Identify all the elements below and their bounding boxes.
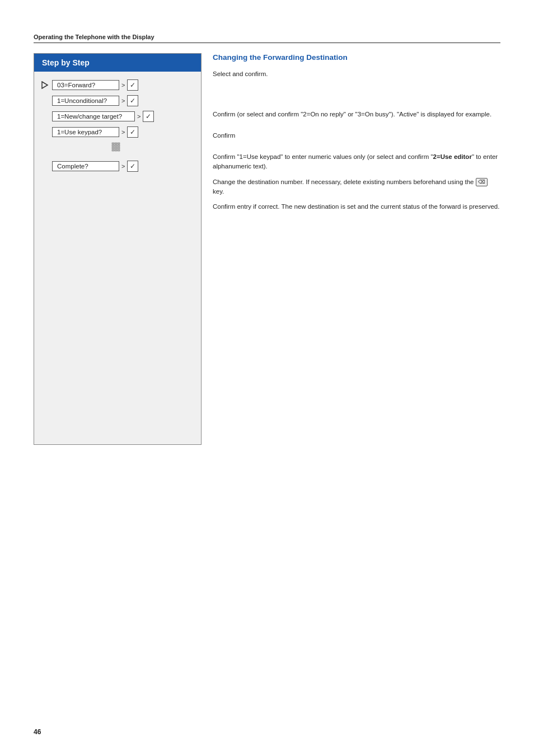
step-arrow-3: > [135,113,143,120]
desc-text-6: Confirm entry if correct. The new destin… [213,202,499,212]
svg-rect-9 [118,147,120,149]
page: Operating the Telephone with the Display… [0,0,534,756]
play-icon-1 [40,80,50,90]
step-label-2: 1=Unconditional? [52,96,119,106]
desc-row-1: Select and confirm. [213,69,500,85]
svg-rect-4 [112,145,114,147]
spacer-1 [213,91,500,110]
step-label-4: 1=Use keypad? [52,127,119,137]
step-check-4: ✓ [127,126,138,138]
step-row-2: 1=Unconditional? > ✓ [52,95,195,106]
desc-row-2: Confirm (or select and confirm "2=On no … [213,110,500,125]
svg-rect-5 [115,145,117,147]
desc-row-5: Change the destination number. If necess… [213,177,500,197]
step-check-1: ✓ [127,79,138,91]
svg-rect-7 [112,147,114,149]
svg-rect-8 [115,147,117,149]
step-row-4: 1=Use keypad? > ✓ [52,126,195,138]
step-label-1: 03=Forward? [52,80,119,90]
desc-row-4: Confirm "1=Use keypad" to enter numeric … [213,152,500,172]
desc-text-3: Confirm [213,131,235,140]
desc-text-1: Select and confirm. [213,69,268,79]
step-row-5: 1 2 3 [107,142,195,156]
desc-row-3: Confirm [213,131,500,147]
step-check-2: ✓ [127,95,138,106]
desc-text-5: Change the destination number. If necess… [213,177,500,197]
desc-text-2: Confirm (or select and confirm "2=On no … [213,110,491,119]
content-area: Step by Step 03=Forward? > ✓ 1=Unconditi… [34,53,500,445]
desc-panel: Changing the Forwarding Destination Sele… [202,53,500,445]
steps-panel: Step by Step 03=Forward? > ✓ 1=Unconditi… [34,53,202,445]
step-check-3: ✓ [143,111,154,122]
svg-rect-6 [118,145,120,147]
step-arrow-4: > [119,129,127,135]
step-check-6: ✓ [127,161,138,172]
step-row-6: Complete? > ✓ [52,161,195,172]
section-header: Operating the Telephone with the Display [34,34,500,43]
desc-text-4: Confirm "1=Use keypad" to enter numeric … [213,152,500,172]
svg-rect-11 [115,149,117,151]
steps-panel-body: 03=Forward? > ✓ 1=Unconditional? > ✓ 1=N… [34,72,201,182]
steps-panel-header: Step by Step [34,54,201,72]
step-arrow-6: > [119,163,127,170]
svg-rect-12 [118,149,120,151]
keypad-icon: 1 2 3 [111,142,124,156]
desc-row-6: Confirm entry if correct. The new destin… [213,202,500,218]
step-row-3: 1=New/change target? > ✓ [52,111,195,122]
page-number: 46 [34,728,41,736]
step-row-1: 03=Forward? > ✓ [40,79,195,91]
svg-marker-0 [42,82,48,88]
step-arrow-1: > [119,82,127,88]
step-label-6: Complete? [52,161,119,171]
desc-title: Changing the Forwarding Destination [213,53,500,62]
step-label-3: 1=New/change target? [52,111,135,121]
svg-rect-10 [112,149,114,151]
backspace-key-icon: ⌫ [476,178,488,187]
step-arrow-2: > [119,97,127,104]
